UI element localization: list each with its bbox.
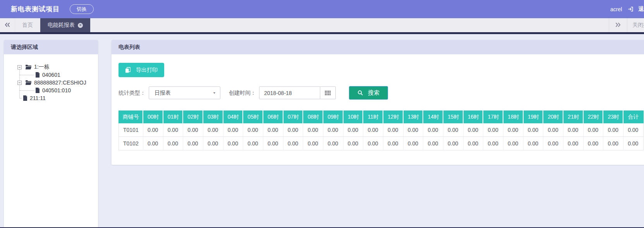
tab-bar: 首页 电能耗报表 ✕ 关闭操作: [0, 18, 644, 32]
calendar-picker-button[interactable]: [320, 86, 336, 99]
cell-value: 0.00: [343, 137, 364, 150]
tree-node-leaf[interactable]: 040501:010: [17, 86, 98, 94]
tree-connector: [20, 75, 34, 75]
col-header-hour: 合计: [623, 111, 644, 123]
nav-strip: [0, 32, 644, 34]
col-header-hour: 20时: [543, 111, 563, 123]
username: acrel: [610, 6, 622, 12]
cell-value: 0.00: [584, 123, 604, 137]
table-row: T01020.000.000.000.000.000.000.000.000.0…: [118, 137, 644, 150]
cell-value: 0.00: [524, 123, 544, 137]
file-icon: [35, 72, 40, 78]
chevron-down-icon: ▼: [213, 92, 216, 95]
stat-type-select[interactable]: 日报表 ▼: [149, 86, 220, 99]
cell-value: 0.00: [223, 137, 244, 150]
switch-project-button[interactable]: 切换: [70, 4, 94, 14]
filter-row: 统计类型： 日报表 ▼ 创建时间：: [118, 86, 644, 100]
search-button[interactable]: 搜索: [349, 86, 388, 100]
cell-value: 0.00: [323, 137, 343, 150]
cell-value: 0.00: [223, 123, 244, 137]
col-header-hour: 12时: [383, 111, 404, 123]
logout-label: 退出: [638, 6, 644, 13]
col-header-hour: 22时: [584, 111, 604, 123]
cell-value: 0.00: [404, 123, 424, 137]
col-header-hour: 23时: [603, 111, 623, 123]
cell-value: 0.00: [163, 137, 184, 150]
col-header-hour: 13时: [404, 111, 424, 123]
cell-value: 0.00: [503, 123, 524, 137]
export-print-button[interactable]: 导出打印: [118, 63, 164, 77]
cell-value: 0.00: [483, 137, 503, 150]
tree-connector: [20, 98, 22, 98]
file-icon: [35, 88, 40, 93]
tree-node-label: 040601: [42, 72, 60, 78]
cell-value: 0.00: [383, 137, 404, 150]
cell-value: 0.00: [363, 137, 383, 150]
col-header-hour: 10时: [343, 111, 364, 123]
col-header-hour: 00时: [143, 111, 163, 123]
create-date-input[interactable]: [259, 86, 320, 99]
cell-value: 0.00: [623, 137, 644, 150]
calendar-grid-icon: [325, 91, 331, 95]
cell-shop-id: T0101: [118, 123, 143, 137]
tree-node-leaf[interactable]: 040601: [17, 71, 98, 79]
close-tab-icon[interactable]: ✕: [78, 23, 83, 28]
col-header-hour: 08时: [303, 111, 323, 123]
col-header-hour: 18时: [503, 111, 524, 123]
cell-value: 0.00: [143, 123, 163, 137]
cell-value: 0.00: [503, 137, 524, 150]
cell-value: 0.00: [263, 123, 283, 137]
col-header-hour: 07时: [283, 111, 304, 123]
col-header-hour: 05时: [243, 111, 263, 123]
col-header-hour: 19时: [524, 111, 544, 123]
area-tree-panel-title: 请选择区域: [4, 40, 98, 54]
cell-value: 0.00: [363, 123, 383, 137]
tree-node-folder[interactable]: 1:一栋: [17, 63, 98, 71]
tree-node-label: 211:11: [30, 95, 46, 101]
meter-list-panel: 电表列表 导出打印 统计类型： 日报表 ▼ 创建时间：: [112, 40, 644, 165]
search-icon: [357, 90, 363, 96]
cell-value: 0.00: [464, 137, 484, 150]
col-header-hour: 17时: [483, 111, 503, 123]
cell-value: 0.00: [283, 137, 304, 150]
cell-value: 0.00: [183, 123, 203, 137]
cell-value: 0.00: [183, 137, 203, 150]
search-label: 搜索: [368, 89, 380, 97]
tab-label: 电能耗报表: [48, 22, 75, 29]
cell-value: 0.00: [243, 123, 263, 137]
col-header-hour: 11时: [363, 111, 383, 123]
tab-energy-report[interactable]: 电能耗报表 ✕: [40, 18, 90, 32]
collapse-toggle-icon[interactable]: [17, 65, 22, 69]
logout-button[interactable]: 退出: [627, 6, 644, 13]
col-header-hour: 01时: [163, 111, 184, 123]
col-header-hour: 02时: [183, 111, 203, 123]
col-header-hour: 15时: [443, 111, 464, 123]
tree-node-leaf[interactable]: 211:11: [17, 94, 98, 102]
cell-value: 0.00: [283, 123, 304, 137]
cell-value: 0.00: [584, 137, 604, 150]
stat-type-value: 日报表: [155, 90, 171, 97]
cell-value: 0.00: [143, 137, 163, 150]
export-copy-icon: [125, 67, 131, 73]
cell-value: 0.00: [423, 137, 443, 150]
collapse-toggle-icon[interactable]: [17, 81, 22, 85]
tab-bar-right-controls: 关闭操作: [609, 18, 644, 32]
area-tree: 1:一栋040601888888827:CESHIOJ040501:010211…: [17, 63, 98, 102]
tree-node-folder[interactable]: 888888827:CESHIOJ: [17, 79, 98, 86]
cell-value: 0.00: [483, 123, 503, 137]
cell-value: 0.00: [404, 137, 424, 150]
cell-shop-id: T0102: [118, 137, 143, 150]
date-input-group: [259, 86, 336, 99]
tab-home[interactable]: 首页: [15, 18, 40, 32]
scroll-tabs-right-button[interactable]: [609, 22, 627, 28]
tab-label: 首页: [22, 22, 33, 29]
close-operations-menu[interactable]: 关闭操作: [632, 22, 644, 29]
cell-value: 0.00: [383, 123, 404, 137]
tree-node-label: 888888827:CESHIOJ: [34, 79, 86, 86]
cell-value: 0.00: [563, 137, 584, 150]
scroll-tabs-left-button[interactable]: [0, 18, 15, 32]
sign-out-icon: [627, 6, 634, 12]
tree-node-label: 040501:010: [42, 87, 71, 93]
double-chevron-left-icon: [5, 22, 10, 28]
create-time-label: 创建时间：: [229, 90, 256, 97]
